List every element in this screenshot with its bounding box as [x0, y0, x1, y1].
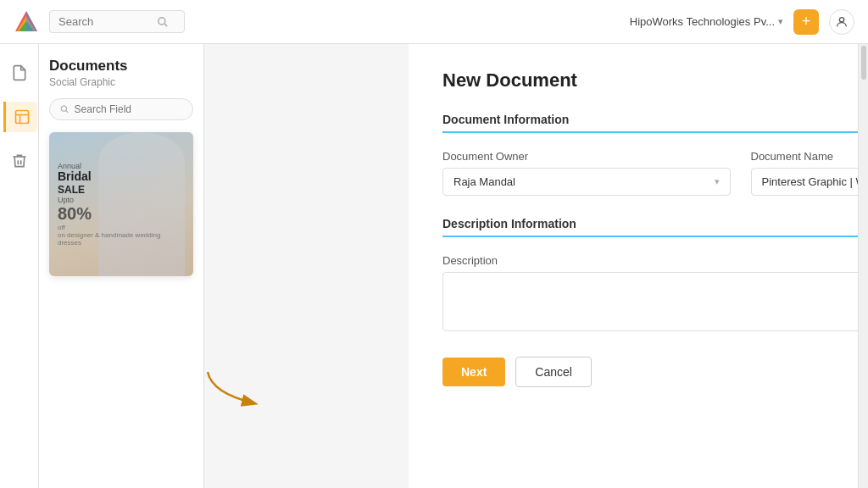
desc-group: Description: [442, 254, 868, 331]
doc-thumb-overlay: Annual Bridal SALE Upto 80% off on desig…: [49, 132, 193, 276]
svg-point-10: [61, 106, 66, 111]
doc-thumb-title2: SALE: [58, 184, 185, 196]
doc-owner-group: Document Owner Raja Mandal ▾: [442, 150, 731, 196]
main-content: New Document Document Information Docume…: [409, 44, 868, 488]
sidebar-item-documents[interactable]: [4, 58, 35, 88]
desc-info-section-header: Description Information: [442, 217, 868, 237]
docs-panel-title: Documents: [49, 58, 193, 75]
arrow-indicator: [203, 368, 271, 413]
template-icon: [14, 108, 31, 125]
topbar-right: HipoWorks Technologies Pv... ▾ +: [630, 9, 854, 35]
doc-name-label: Document Name: [751, 150, 869, 163]
scroll-thumb[interactable]: [861, 46, 866, 80]
docs-search-input[interactable]: [75, 103, 182, 115]
sidebar-item-templates[interactable]: [3, 102, 37, 132]
btn-row: Next Cancel: [442, 357, 868, 387]
svg-point-6: [839, 17, 843, 21]
topbar-left: [14, 9, 185, 35]
docs-panel-subtitle: Social Graphic: [49, 76, 193, 88]
doc-info-form-row: Document Owner Raja Mandal ▾ Document Na…: [442, 150, 868, 196]
cancel-button[interactable]: Cancel: [515, 357, 592, 387]
doc-thumb-title1: Bridal: [58, 170, 185, 183]
next-button[interactable]: Next: [442, 358, 505, 386]
svg-line-5: [164, 24, 167, 26]
svg-point-4: [159, 17, 165, 24]
sidebar-item-trash[interactable]: [4, 146, 35, 176]
topbar: HipoWorks Technologies Pv... ▾ +: [0, 0, 868, 44]
user-profile-button[interactable]: [829, 9, 854, 35]
doc-thumbnail[interactable]: Annual Bridal SALE Upto 80% off on desig…: [49, 132, 193, 276]
search-icon: [157, 16, 169, 28]
doc-name-group: Document Name: [751, 150, 869, 196]
document-information-section: Document Information Document Owner Raja…: [442, 112, 868, 196]
search-bar[interactable]: [49, 10, 185, 33]
doc-owner-select[interactable]: Raja Mandal ▾: [442, 168, 731, 196]
file-icon: [11, 64, 28, 81]
doc-thumb-tagline: Upto: [58, 196, 185, 204]
company-name[interactable]: HipoWorks Technologies Pv... ▾: [630, 15, 783, 28]
doc-owner-label: Document Owner: [442, 150, 731, 163]
docs-search-field[interactable]: [49, 98, 193, 120]
sidebar: [0, 44, 39, 488]
page-title: New Document: [442, 69, 868, 92]
desc-textarea[interactable]: [442, 272, 868, 331]
add-button[interactable]: +: [793, 9, 819, 35]
doc-owner-value: Raja Mandal: [453, 175, 515, 188]
svg-rect-7: [15, 111, 28, 124]
user-icon: [835, 15, 849, 29]
doc-info-section-header: Document Information: [442, 113, 868, 133]
app-logo: [14, 9, 39, 35]
doc-thumb-percent: 80%: [58, 204, 185, 224]
svg-line-11: [66, 111, 68, 113]
svg-marker-3: [26, 11, 37, 31]
trash-icon: [11, 152, 28, 169]
doc-thumb-small-text: on designer & handmade wedding dresses: [58, 231, 185, 247]
chevron-down-icon: ▾: [778, 16, 783, 27]
docs-panel: Documents Social Graphic Annual Bridal S…: [39, 44, 204, 488]
docs-search-icon: [60, 104, 70, 114]
search-input[interactable]: [58, 15, 152, 28]
description-information-section: Description Information Description: [442, 216, 868, 331]
scrollbar[interactable]: [858, 44, 868, 488]
desc-label: Description: [442, 254, 868, 267]
doc-thumb-suffix: off: [58, 224, 185, 231]
doc-name-input[interactable]: [751, 168, 869, 196]
doc-owner-chevron-icon: ▾: [715, 176, 720, 187]
